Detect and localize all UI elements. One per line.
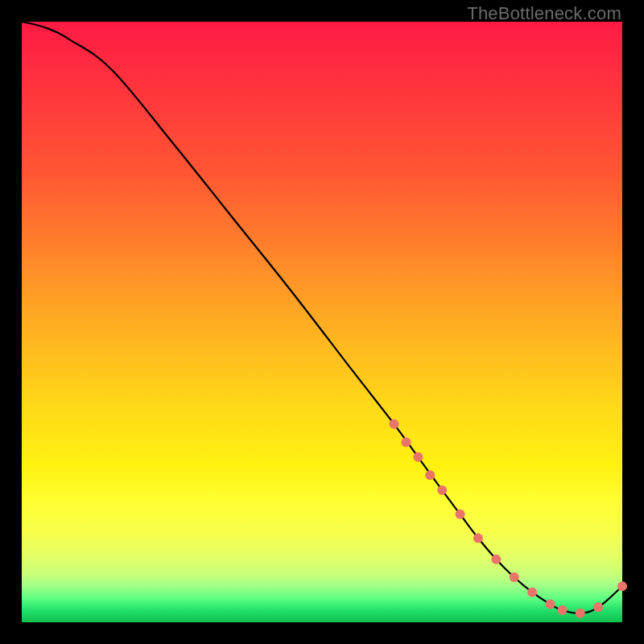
marker-dot — [425, 470, 435, 480]
highlighted-points — [390, 419, 627, 618]
marker-dot — [413, 452, 423, 462]
marker-dot — [390, 419, 399, 429]
marker-dot — [456, 510, 465, 519]
marker-dot — [510, 572, 519, 582]
marker-dot — [557, 605, 567, 615]
chart-frame: TheBottleneck.com — [0, 0, 644, 644]
marker-dot — [437, 485, 447, 495]
marker-dot — [593, 602, 603, 612]
marker-dot — [545, 600, 555, 609]
chart-svg — [22, 22, 622, 622]
watermark-text: TheBottleneck.com — [467, 3, 621, 24]
bottleneck-curve — [22, 22, 622, 613]
marker-dot — [527, 588, 537, 597]
marker-dot — [473, 534, 483, 543]
marker-dot — [617, 581, 627, 591]
marker-dot — [401, 437, 411, 447]
marker-dot — [491, 555, 501, 564]
marker-dot — [576, 609, 585, 618]
